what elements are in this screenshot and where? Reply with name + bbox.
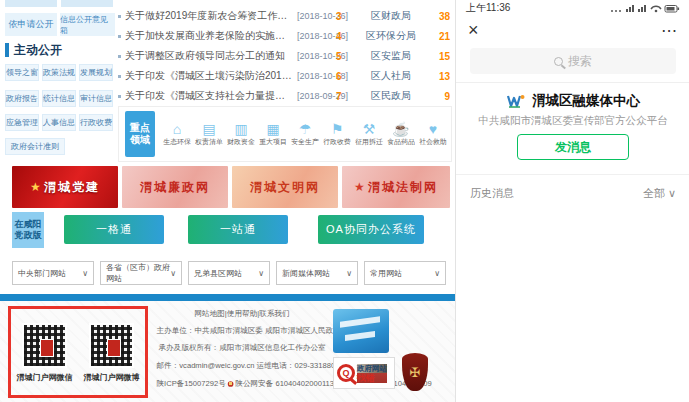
accent-bar xyxy=(5,43,9,57)
status-icons xyxy=(610,2,680,14)
bullet-icon xyxy=(118,75,121,78)
banner-party-building[interactable]: ★渭城党建 xyxy=(12,166,118,208)
search-input[interactable]: 搜索 xyxy=(470,48,676,74)
active-disclosure-header: 主动公开 xyxy=(5,42,62,58)
status-time: 上午11:36 xyxy=(466,1,510,15)
rank-row: 4区环保分局21 xyxy=(336,26,450,46)
bullet-icon xyxy=(118,95,121,98)
sidebar-item-fees[interactable]: 行政收费 xyxy=(79,114,113,131)
search-placeholder: 搜索 xyxy=(568,53,592,70)
rank-row: 5区安监局15 xyxy=(336,46,450,66)
chevron-down-icon: ∨ xyxy=(258,269,264,278)
find-site-error-badge[interactable]: Q 政府网站找错 xyxy=(333,357,395,389)
key-area-food-drug[interactable]: ☕食品药品 xyxy=(385,121,417,147)
divider xyxy=(456,82,689,83)
wechat-profile-panel: 上午11:36 × ⋯ 搜索 渭城区融媒体中心 xyxy=(455,0,689,402)
sidebar-item-personnel[interactable]: 人事信息 xyxy=(42,114,76,131)
partial-button[interactable] xyxy=(5,0,57,7)
sidebar-item-emergency[interactable]: 应急管理 xyxy=(5,114,39,131)
sidebar-item-statistics[interactable]: 统计信息 xyxy=(42,90,76,107)
banner-civility[interactable]: 渭城文明网 xyxy=(232,166,338,208)
banner-integrity[interactable]: 渭城廉政网 xyxy=(122,166,228,208)
dept-link[interactable]: 区民政局 xyxy=(350,89,432,103)
wechat-qr-code xyxy=(22,323,67,368)
dept-link[interactable]: 区环保分局 xyxy=(350,29,432,43)
finance-icon: ▥ xyxy=(225,121,257,137)
chevron-down-icon: ∨ xyxy=(346,269,352,278)
oa-system-button[interactable]: OA协同办公系统 xyxy=(318,215,424,244)
footer-links[interactable]: 网站地图|使用帮助|联系我们 xyxy=(194,309,289,318)
key-area-demolition[interactable]: ⚒征用拆迁 xyxy=(353,121,385,147)
footer-divider-bar xyxy=(0,294,455,301)
select-central-sites[interactable]: 中央部门网站∨ xyxy=(12,261,94,285)
yigetong-button[interactable]: 一格通 xyxy=(64,215,164,244)
chevron-down-icon: ∨ xyxy=(434,269,440,278)
send-message-button[interactable]: 发消息 xyxy=(517,134,629,160)
dept-link[interactable]: 区安监局 xyxy=(350,49,432,63)
sidebar-item-accounting[interactable]: 政府会计准则 xyxy=(5,138,65,155)
project-icon: ▦ xyxy=(257,121,289,137)
news-link[interactable]: 关于加快发展商业养老保险的实施意见 xyxy=(125,29,293,43)
eco-icon: ⌂ xyxy=(161,121,193,137)
footer-contact: 邮件：vcadmin@weic.gov.cn 运维电话：029-33188008 xyxy=(157,361,344,370)
request-disclosure-button[interactable]: 依申请公开 xyxy=(5,13,57,36)
sidebar-item-report[interactable]: 政府报告 xyxy=(5,90,39,107)
province-gov-badge[interactable] xyxy=(333,309,389,353)
key-area-safety[interactable]: ☂安全生产 xyxy=(289,121,321,147)
yizhantong-button[interactable]: 一站通 xyxy=(188,215,288,244)
dept-link[interactable]: 区人社局 xyxy=(350,69,432,83)
chevron-down-icon: ∨ xyxy=(170,269,176,278)
news-link[interactable]: 关于调整区政府领导同志分工的通知 xyxy=(125,49,293,63)
key-area-eco[interactable]: ⌂生态环保 xyxy=(161,121,193,147)
site-footer: 渭城门户网微信 渭城门户网微博 网站地图|使用帮助|联系我们 主办单位：中共咸阳… xyxy=(0,301,455,402)
close-icon[interactable]: × xyxy=(468,21,479,39)
footer-undertake: 承办及版权所有：咸阳市渭城区信息化工作办公室 xyxy=(157,343,328,353)
key-area-finance[interactable]: ▥财政资金 xyxy=(225,121,257,147)
duty-list-icon: ▤ xyxy=(193,121,225,137)
news-link[interactable]: 关于印发《渭城区土壤污染防治2018年度工作 xyxy=(125,69,293,83)
disclosure-suggestion-button[interactable]: 信息公开意见箱 xyxy=(60,13,115,36)
icp-number[interactable]: 陕ICP备15007292号 xyxy=(157,379,226,388)
key-area-project[interactable]: ▦重大项目 xyxy=(257,121,289,147)
screen: 依申请公开 信息公开意见箱 主动公开 领导之窗 政策法规 发展规划 政府报告 统… xyxy=(0,0,689,402)
more-icon[interactable]: ⋯ xyxy=(661,21,678,40)
chevron-down-icon: ∨ xyxy=(82,269,88,278)
news-row: 关于加快发展商业养老保险的实施意见[2018-10-26] xyxy=(118,26,348,46)
star-icon: ★ xyxy=(30,180,41,194)
rank-row: 3区财政局38 xyxy=(336,6,450,26)
sidebar-item-audit[interactable]: 审计信息 xyxy=(79,90,113,107)
select-common-sites[interactable]: 常用网站∨ xyxy=(364,261,446,285)
police-record[interactable]: 陕公网安备 61040402000113号 xyxy=(235,379,341,388)
select-media-sites[interactable]: 新闻媒体网站∨ xyxy=(276,261,358,285)
news-row: 关于印发《渭城区支持社会力量提供多层次多样化[2018-09-29] xyxy=(118,86,348,106)
history-filter[interactable]: 全部∨ xyxy=(643,186,676,201)
news-link[interactable]: 关于做好2019年度新农合筹资工作的通知 xyxy=(125,9,293,23)
partial-button[interactable] xyxy=(61,0,113,7)
news-link[interactable]: 关于印发《渭城区支持社会力量提供多层次多样化 xyxy=(125,89,293,103)
chevron-down-icon: ∨ xyxy=(668,187,676,200)
sidebar-item-policy[interactable]: 政策法规 xyxy=(42,64,76,81)
bullet-icon xyxy=(118,35,121,38)
safety-icon: ☂ xyxy=(289,121,321,137)
aid-icon: ♥ xyxy=(417,121,449,137)
key-area-fees[interactable]: ⚑行政收费 xyxy=(321,121,353,147)
select-province-sites[interactable]: 各省（区市）政府网站∨ xyxy=(100,261,182,285)
history-header: 历史消息 全部∨ xyxy=(470,186,676,201)
key-area-duty-list[interactable]: ▤权责清单 xyxy=(193,121,225,147)
sidebar-item-leaders[interactable]: 领导之窗 xyxy=(5,64,39,81)
gov-portal: 依申请公开 信息公开意见箱 主动公开 领导之窗 政策法规 发展规划 政府报告 统… xyxy=(0,0,455,402)
magnifier-icon: Q xyxy=(337,364,355,382)
demolition-icon: ⚒ xyxy=(353,121,385,137)
bullet-icon xyxy=(118,15,121,18)
key-area-aid[interactable]: ♥社会救助 xyxy=(417,121,449,147)
star-icon: ★ xyxy=(354,180,365,194)
food-drug-icon: ☕ xyxy=(385,121,417,137)
account-header: 渭城区融媒体中心 xyxy=(456,92,689,110)
sidebar-item-planning[interactable]: 发展规划 xyxy=(79,64,113,81)
footer-text: 网站地图|使用帮助|联系我们 主办单位：中共咸阳市渭城区委 咸阳市渭城区人民政府… xyxy=(152,309,332,396)
account-logo xyxy=(506,94,526,109)
banner-legal[interactable]: ★渭城法制网 xyxy=(342,166,450,208)
nav-bar: × ⋯ xyxy=(456,16,689,44)
select-county-sites[interactable]: 兄弟县区网站∨ xyxy=(188,261,270,285)
dept-link[interactable]: 区财政局 xyxy=(350,9,432,23)
